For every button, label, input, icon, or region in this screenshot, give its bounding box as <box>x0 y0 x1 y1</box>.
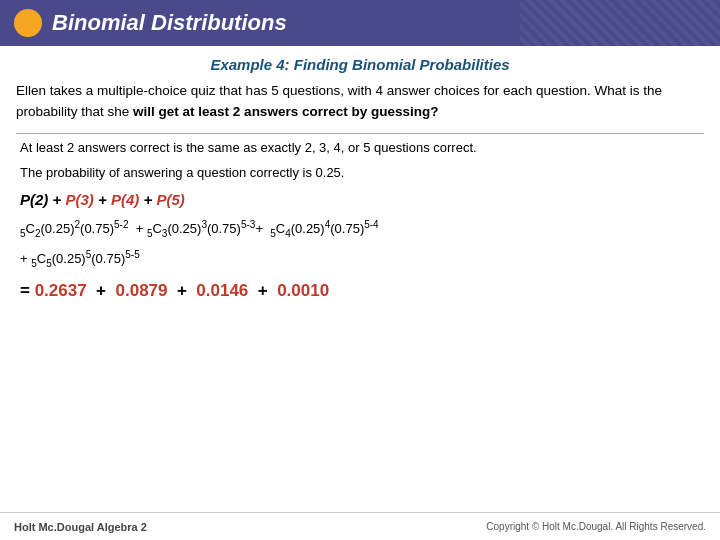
page-header: Binomial Distributions <box>0 0 720 46</box>
example-heading: Example 4: Finding Binomial Probabilitie… <box>16 56 704 73</box>
step2-text: The probability of answering a question … <box>16 163 704 183</box>
formula-line2: + 5C5(0.25)5(0.75)5-5 <box>20 246 704 272</box>
page-title: Binomial Distributions <box>52 10 287 36</box>
plus2: + <box>139 191 156 208</box>
plus-sign-1: + <box>96 281 106 300</box>
p5-label: P(5) <box>156 191 184 208</box>
header-background-pattern <box>520 0 720 46</box>
formula-line1: 5C2(0.25)2(0.75)5-2 + 5C3(0.25)3(0.75)5-… <box>20 216 704 242</box>
equals-sign: = <box>20 281 35 300</box>
emphasis-text: will get at least 2 answers correct by g… <box>133 104 438 119</box>
plus1: + <box>94 191 111 208</box>
plus-sign-3: + <box>258 281 268 300</box>
footer-brand: Holt Mc.Dougal Algebra 2 <box>14 521 147 533</box>
p-sum-line: P(2) + P(3) + P(4) + P(5) <box>20 191 704 208</box>
p4-label: P(4) <box>111 191 139 208</box>
plus-sign-2: + <box>177 281 187 300</box>
problem-body: Ellen takes a multiple-choice quiz that … <box>16 83 662 119</box>
problem-text: Ellen takes a multiple-choice quiz that … <box>16 81 704 123</box>
p2-label: P(2) + <box>20 191 65 208</box>
orange-circle-icon <box>14 9 42 37</box>
result-line: = 0.2637 + 0.0879 + 0.0146 + 0.0010 <box>20 278 704 304</box>
page-footer: Holt Mc.Dougal Algebra 2 Copyright © Hol… <box>0 512 720 540</box>
footer-copyright: Copyright © Holt Mc.Dougal. All Rights R… <box>486 521 706 532</box>
step1-text: At least 2 answers correct is the same a… <box>16 138 704 158</box>
main-content: Example 4: Finding Binomial Probabilitie… <box>0 46 720 309</box>
p3-label: P(3) <box>65 191 93 208</box>
divider-line <box>16 133 704 134</box>
